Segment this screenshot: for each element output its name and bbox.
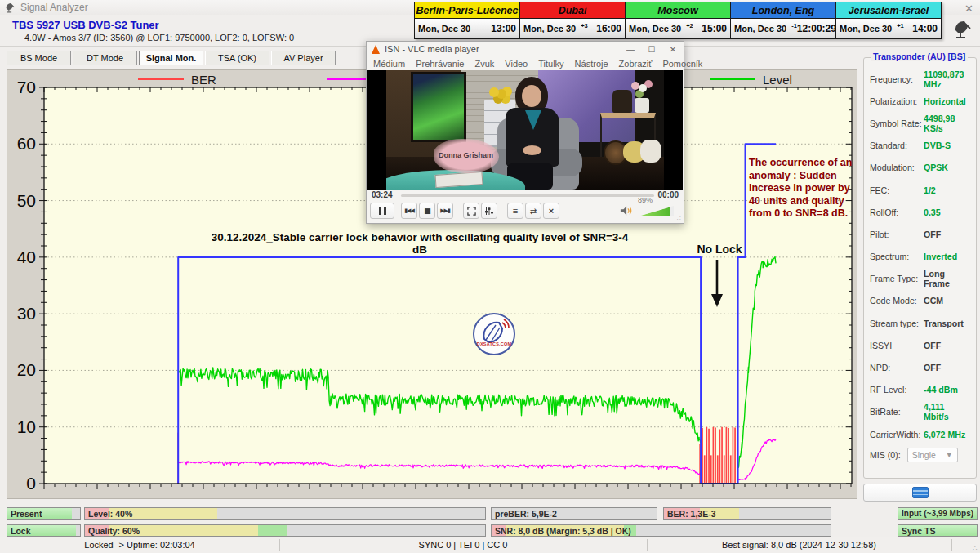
transponder-row: Frequency:11090,873 MHz [870, 68, 971, 90]
status-lock-uptime: Locked -> Uptime: 02:03:04 [0, 540, 279, 550]
clock-time-row: Mon, Dec 30+215:00 [626, 19, 730, 38]
clock-time-row: Mon, Dec 30-112:00:29 [731, 19, 835, 38]
next-button[interactable]: ▶▶▮ [437, 203, 453, 219]
no-lock-label: No Lock [690, 243, 749, 256]
transponder-value: 4498,98 KS/s [924, 114, 971, 133]
transponder-value: CCM [924, 296, 943, 305]
anomaly-annotation: The occurrence of an anomaly : Sudden in… [749, 157, 853, 221]
preber-bar: preBER: 5,9E-2 [491, 507, 657, 520]
close-icon[interactable]: ✕ [662, 45, 684, 54]
svg-text:50: 50 [17, 191, 36, 210]
seek-slider[interactable] [401, 194, 654, 197]
clock-time: 13:00 [491, 23, 516, 34]
satellite-dish-icon [952, 20, 973, 39]
fullscreen-button[interactable] [463, 203, 479, 219]
vlc-menu-0[interactable]: Médium [373, 59, 405, 69]
clock-time-row: Mon, Dec 30+316:00 [520, 19, 625, 38]
volume-control[interactable]: 89% [620, 205, 674, 216]
vlc-menu-1[interactable]: Prehrávanie [416, 59, 464, 69]
white-pillow [640, 140, 662, 163]
svg-text:30: 30 [17, 304, 36, 323]
vlc-menu-6[interactable]: Zobraziť [619, 59, 653, 69]
transponder-row: NPD:OFF [870, 356, 971, 378]
vlc-window-title: ISN - VLC media player [385, 44, 479, 54]
transponder-value: 1/2 [924, 185, 936, 195]
clock-date: Mon, Dec 30 [629, 24, 681, 33]
transponder-row: Spectrum:Inverted [870, 246, 971, 268]
shuffle-button[interactable]: × [543, 203, 559, 219]
down-arrow-icon [708, 258, 726, 309]
transponder-label: Pilot: [870, 230, 924, 239]
transponder-row: BitRate:4,111 Mbit/s [870, 401, 971, 423]
stop-button[interactable]: ■ [419, 203, 435, 219]
vlc-menu-4[interactable]: Titulky [538, 59, 564, 69]
transponder-value: OFF [924, 363, 941, 372]
vlc-menu-5[interactable]: Nástroje [575, 59, 608, 69]
minimize-icon[interactable]: — [620, 45, 641, 54]
level-bar: Level: 40% [84, 507, 486, 520]
vlc-menu-2[interactable]: Zvuk [474, 59, 494, 69]
transponder-label: Stream type: [870, 319, 924, 328]
vlc-video-area[interactable]: Donna Grisham [368, 70, 683, 190]
mis-row: MIS (0): Single ▼ [870, 448, 971, 462]
equalizer-icon [484, 206, 494, 216]
mis-value: Single [912, 450, 936, 460]
tuner-name: TBS 5927 USB DVB-S2 Tuner [12, 19, 159, 31]
tab-dt-mode[interactable]: DT Mode [73, 51, 137, 65]
clock-city: London, Eng [731, 2, 835, 19]
clock-date: Mon, Dec 30 [734, 24, 786, 33]
elapsed-time: 03:24 [372, 190, 393, 199]
clock-city: Berlin-Paris-Lučenec [415, 2, 519, 19]
close-icon[interactable]: ✕ [964, 2, 973, 15]
clock-time-row: Mon, Dec 30+114:00 [836, 19, 941, 38]
volume-slider[interactable] [638, 206, 674, 216]
vlc-cone-icon [372, 45, 380, 54]
satellite-dish-icon [5, 2, 16, 13]
vlc-menu-7[interactable]: Pomocník [662, 59, 702, 69]
resize-grip[interactable]: .: [677, 214, 682, 221]
previous-button[interactable]: ▮◀◀ [401, 203, 417, 219]
log-button[interactable] [863, 484, 977, 502]
clock-date: Mon, Dec 30 [418, 24, 470, 33]
svg-text:0: 0 [26, 474, 36, 493]
resize-grip[interactable]: ∴ [973, 544, 978, 552]
transponder-row: RF Level:-44 dBm [870, 379, 971, 401]
transponder-value: QPSK [924, 163, 948, 172]
flower-pot [635, 98, 649, 113]
tab-signal-mon-[interactable]: Signal Mon. [139, 51, 203, 65]
tab-bs-mode[interactable]: BS Mode [7, 51, 71, 65]
transponder-row: Polarization:Horizontal [870, 90, 971, 112]
transponder-row: Standard:DVB-S [870, 135, 971, 157]
tuner-details: 4.0W - Amos 3/7 (ID: 3560) @ LOF1: 97500… [24, 33, 294, 42]
tab-tsa-ok-[interactable]: TSA (OK) [205, 51, 270, 65]
loop-button[interactable]: ⇄ [525, 203, 541, 219]
transponder-value: Transport [924, 319, 964, 328]
transponder-value: Long Frame [924, 269, 971, 288]
transponder-label: Polarization: [870, 96, 924, 106]
maximize-icon[interactable]: ☐ [641, 45, 662, 54]
playlist-button[interactable]: ≡ [507, 203, 523, 219]
vlc-window: ISN - VLC media player — ☐ ✕ MédiumPrehr… [366, 41, 684, 224]
input-indicator: Input (~3,99 Mbps) [898, 507, 978, 520]
clock-city: Jerusalem-Israel [836, 2, 941, 19]
ber-bar: BER: 1,3E-3 [663, 507, 831, 520]
sync-ts-indicator: Sync TS [898, 524, 978, 537]
clock-1: DubaiMon, Dec 30+316:00 [519, 2, 625, 38]
transponder-rows: Frequency:11090,873 MHzPolarization:Hori… [870, 68, 971, 445]
nature-picture [411, 72, 466, 142]
mode-tabs: BS ModeDT ModeSignal Mon.TSA (OK)AV Play… [7, 51, 337, 65]
transponder-row: Frame Type:Long Frame [870, 268, 971, 290]
vlc-menu-3[interactable]: Video [505, 59, 528, 69]
clock-utc-offset: +2 [686, 22, 693, 29]
tab-av-player[interactable]: AV Player [271, 51, 336, 65]
transponder-panel: Transponder (AU) [BS] Frequency:11090,87… [863, 57, 977, 479]
snr-bar: SNR: 8,0 dB (Margin: 5,3 dB | OK) [491, 524, 831, 537]
pause-button[interactable] [370, 203, 394, 219]
clock-date: Mon, Dec 30 [523, 24, 576, 33]
mis-select[interactable]: Single ▼ [907, 448, 958, 462]
vlc-titlebar[interactable]: ISN - VLC media player — ☐ ✕ [367, 42, 684, 56]
fullscreen-icon [467, 207, 476, 216]
clock-utc-offset: +1 [897, 22, 904, 29]
clock-date: Mon, Dec 30 [840, 24, 892, 33]
equalizer-button[interactable] [481, 203, 497, 219]
